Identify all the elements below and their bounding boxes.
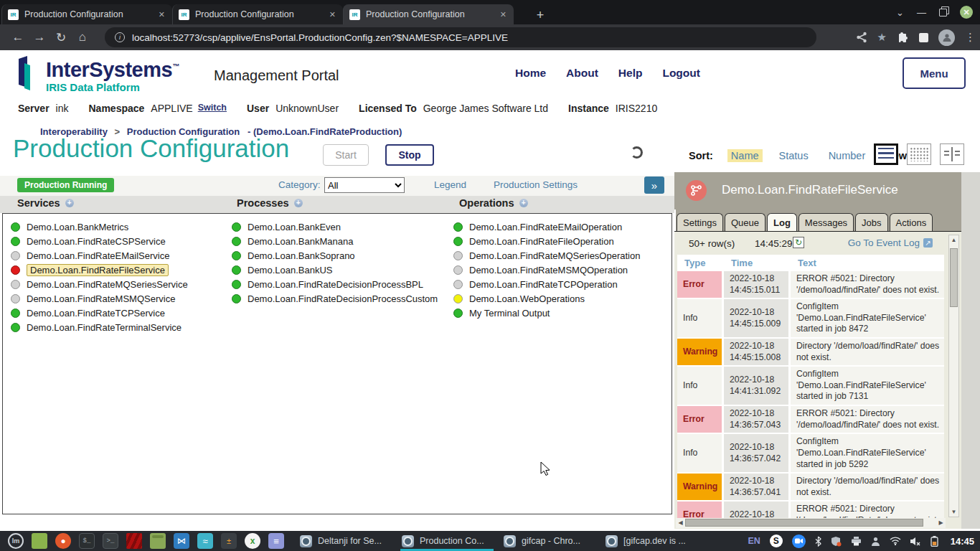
sort-option[interactable]: Number — [825, 149, 870, 162]
taskbar-app-icon[interactable]: ● — [55, 533, 71, 549]
log-vertical-scrollbar[interactable]: ▲ ▼ — [948, 235, 959, 517]
portal-nav-link[interactable]: Home — [515, 67, 546, 80]
operation-item[interactable]: Demo.Loan.WebOperations — [453, 291, 640, 306]
view-split-button[interactable] — [940, 143, 964, 165]
sort-option[interactable]: Name — [727, 149, 763, 162]
process-item[interactable]: Demo.Loan.BankManana — [232, 234, 438, 248]
profile-avatar[interactable] — [938, 29, 955, 46]
operation-item[interactable]: Demo.Loan.FindRateEMailOperation — [453, 220, 640, 234]
taskbar-window-button[interactable]: Deltanji for Se... — [294, 531, 396, 551]
detail-tab[interactable]: Messages — [798, 213, 854, 231]
scroll-right-icon[interactable]: ▶ — [936, 518, 946, 527]
taskbar-app-icon[interactable]: ± — [221, 533, 237, 549]
tab-search-chevron-icon[interactable]: ⌄ — [896, 7, 904, 18]
extensions-puzzle-icon[interactable] — [897, 32, 909, 44]
extension-square-icon[interactable] — [919, 33, 928, 42]
taskbar-app-icon[interactable]: $_ — [79, 533, 95, 549]
keyboard-layout-indicator[interactable]: EN — [748, 536, 760, 546]
taskbar-app-icon[interactable]: >_ — [103, 533, 118, 549]
site-info-icon[interactable]: i — [115, 32, 125, 42]
new-tab-button[interactable]: + — [531, 6, 550, 24]
tab-close-icon[interactable]: ✕ — [157, 10, 166, 19]
browser-tab[interactable]: IR Production Configuration ✕ — [343, 4, 514, 24]
taskbar-app-icon[interactable] — [32, 533, 47, 549]
add-process-button[interactable]: + — [294, 199, 303, 207]
share-icon[interactable] — [856, 32, 867, 43]
window-minimize-icon[interactable]: — — [917, 7, 926, 18]
scroll-left-icon[interactable]: ◀ — [676, 518, 685, 527]
process-item[interactable]: Demo.Loan.BankSoprano — [232, 248, 438, 263]
service-item[interactable]: Demo.Loan.BankMetrics — [11, 220, 188, 234]
home-icon[interactable]: ⌂ — [72, 30, 93, 44]
portal-nav-link[interactable]: Help — [618, 67, 643, 80]
process-item[interactable]: Demo.Loan.FindRateDecisionProcessCustom — [232, 291, 438, 306]
battery-icon[interactable] — [930, 536, 938, 547]
user-sessions-icon[interactable] — [871, 537, 880, 546]
window-restore-icon[interactable] — [939, 9, 947, 17]
switch-namespace-link[interactable]: Switch — [198, 103, 227, 114]
taskbar-app-icon[interactable]: ≈ — [197, 533, 213, 549]
operation-item[interactable]: Demo.Loan.FindRateMSMQOperation — [453, 263, 640, 277]
log-horizontal-scrollbar[interactable]: ◀ ▶ — [676, 518, 946, 528]
taskbar-app-icon[interactable]: lm — [8, 533, 24, 549]
browser-menu-icon[interactable]: ⋮ — [965, 31, 976, 44]
browser-tab[interactable]: IR Production Configuration ✕ — [1, 4, 172, 24]
taskbar-window-button[interactable]: Production Co... — [396, 531, 498, 551]
detail-tab[interactable]: Settings — [677, 213, 723, 231]
process-item[interactable]: Demo.Loan.BankUS — [232, 263, 438, 277]
process-item[interactable]: Demo.Loan.FindRateDecisionProcessBPL — [232, 277, 438, 291]
add-operation-button[interactable]: + — [519, 199, 528, 207]
scroll-up-icon[interactable]: ▲ — [949, 235, 958, 245]
taskbar-app-icon[interactable] — [150, 533, 166, 549]
service-item[interactable]: Demo.Loan.FindRateCSPService — [11, 234, 188, 248]
production-settings-link[interactable]: Production Settings — [494, 179, 578, 190]
forward-icon[interactable]: → — [29, 30, 50, 44]
tab-close-icon[interactable]: ✕ — [328, 10, 337, 19]
service-item[interactable]: Demo.Loan.FindRateFileService — [11, 263, 188, 277]
taskbar-window-button[interactable]: gifcap - Chro... — [498, 531, 600, 551]
taskbar-app-icon[interactable] — [126, 533, 142, 549]
zoom-tray-icon[interactable] — [792, 534, 806, 548]
volume-muted-icon[interactable] — [910, 537, 921, 546]
horizontal-scroll-thumb[interactable] — [685, 519, 923, 527]
log-refresh-icon[interactable]: ↻ — [793, 237, 804, 248]
taskbar-app-icon[interactable]: x — [245, 533, 260, 549]
service-item[interactable]: Demo.Loan.FindRateTCPService — [11, 306, 188, 320]
legend-link[interactable]: Legend — [434, 179, 466, 190]
start-button[interactable]: Start — [323, 144, 369, 166]
bluetooth-icon[interactable] — [815, 536, 821, 547]
operation-item[interactable]: Demo.Loan.FindRateTCPOperation — [453, 277, 640, 291]
operation-item[interactable]: My Terminal Output — [453, 306, 640, 320]
service-item[interactable]: Demo.Loan.FindRateEMailService — [11, 248, 188, 263]
bookmark-star-icon[interactable]: ★ — [877, 31, 887, 44]
tab-close-icon[interactable]: ✕ — [499, 10, 508, 19]
add-service-button[interactable]: + — [65, 199, 74, 207]
detail-tab[interactable]: Queue — [725, 213, 765, 231]
detail-tab[interactable]: Actions — [890, 213, 933, 231]
service-item[interactable]: Demo.Loan.FindRateTerminalService — [11, 320, 188, 334]
category-select[interactable]: All — [324, 177, 405, 193]
process-item[interactable]: Demo.Loan.BankEven — [232, 220, 438, 234]
printer-icon[interactable] — [851, 537, 862, 546]
taskbar-app-icon[interactable]: ≡ — [268, 533, 284, 549]
sort-option[interactable]: Status — [776, 149, 812, 162]
portal-nav-link[interactable]: Logout — [662, 67, 700, 80]
view-list-button[interactable] — [874, 143, 898, 165]
portal-nav-link[interactable]: About — [566, 67, 598, 80]
security-shield-icon[interactable] — [831, 536, 842, 547]
vertical-scroll-thumb[interactable] — [950, 248, 958, 307]
taskbar-clock[interactable]: 14:45 — [951, 536, 974, 547]
operation-item[interactable]: Demo.Loan.FindRateFileOperation — [453, 234, 640, 248]
go-to-event-log-link[interactable]: Go To Event Log ↗ — [848, 237, 933, 248]
scroll-down-icon[interactable]: ▼ — [949, 507, 958, 517]
window-close-icon[interactable]: ✕ — [960, 6, 973, 19]
wifi-icon[interactable] — [890, 537, 901, 545]
stop-button[interactable]: Stop — [385, 144, 434, 166]
service-item[interactable]: Demo.Loan.FindRateMSMQService — [11, 291, 188, 306]
menu-button[interactable]: Menu — [903, 57, 966, 89]
taskbar-app-icon[interactable]: ⋈ — [174, 533, 189, 549]
detail-tab[interactable]: Jobs — [855, 213, 887, 231]
operation-item[interactable]: Demo.Loan.FindRateMQSeriesOperation — [453, 248, 640, 263]
taskbar-window-button[interactable]: [gifcap.dev is ... — [600, 531, 702, 551]
view-grid-button[interactable] — [907, 143, 931, 165]
